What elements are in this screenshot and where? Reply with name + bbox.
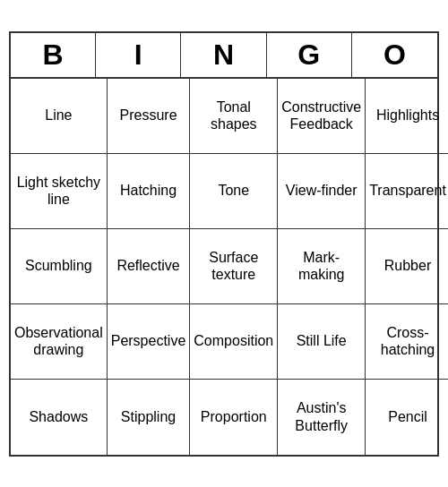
bingo-header: BINGO bbox=[11, 33, 437, 79]
bingo-cell-13: Mark-making bbox=[278, 229, 366, 304]
cell-text-6: Hatching bbox=[120, 182, 177, 199]
cell-text-9: Transparent bbox=[369, 182, 446, 199]
bingo-cell-7: Tone bbox=[190, 154, 278, 229]
header-letter-i: I bbox=[96, 33, 181, 77]
bingo-cell-0: Line bbox=[11, 79, 108, 154]
cell-text-23: Austin's Butterfly bbox=[281, 399, 361, 433]
cell-text-18: Still Life bbox=[297, 332, 347, 349]
bingo-cell-9: Transparent bbox=[366, 154, 448, 229]
bingo-cell-11: Reflective bbox=[108, 229, 191, 304]
cell-text-12: Surface texture bbox=[194, 249, 273, 283]
cell-text-8: View-finder bbox=[286, 182, 358, 199]
header-letter-g: G bbox=[267, 33, 352, 77]
bingo-cell-12: Surface texture bbox=[190, 229, 278, 304]
cell-text-22: Proportion bbox=[201, 408, 267, 425]
bingo-cell-22: Proportion bbox=[190, 380, 278, 455]
cell-text-13: Mark-making bbox=[281, 249, 361, 283]
bingo-cell-5: Light sketchy line bbox=[11, 154, 108, 229]
cell-text-10: Scumbling bbox=[25, 257, 92, 274]
cell-text-7: Tone bbox=[218, 182, 249, 199]
cell-text-21: Stippling bbox=[121, 408, 176, 425]
cell-text-5: Light sketchy line bbox=[14, 174, 103, 208]
bingo-cell-6: Hatching bbox=[108, 154, 191, 229]
bingo-cell-2: Tonal shapes bbox=[190, 79, 278, 154]
bingo-cell-19: Cross-hatching bbox=[366, 304, 448, 380]
header-letter-n: N bbox=[181, 33, 266, 77]
bingo-card: BINGO LinePressureTonal shapesConstructi… bbox=[9, 31, 439, 457]
cell-text-3: Constructive Feedback bbox=[281, 98, 361, 132]
bingo-cell-8: View-finder bbox=[278, 154, 366, 229]
header-letter-b: B bbox=[11, 33, 96, 77]
bingo-cell-24: Pencil bbox=[366, 380, 448, 455]
cell-text-20: Shadows bbox=[29, 408, 88, 425]
cell-text-16: Perspective bbox=[111, 332, 186, 349]
bingo-cell-20: Shadows bbox=[11, 380, 108, 455]
cell-text-1: Pressure bbox=[120, 107, 177, 124]
bingo-cell-4: Highlights bbox=[366, 79, 448, 154]
cell-text-24: Pencil bbox=[388, 408, 427, 425]
bingo-cell-3: Constructive Feedback bbox=[278, 79, 366, 154]
header-letter-o: O bbox=[352, 33, 437, 77]
bingo-cell-10: Scumbling bbox=[11, 229, 108, 304]
bingo-cell-15: Observational drawing bbox=[11, 304, 108, 380]
cell-text-19: Cross-hatching bbox=[369, 324, 446, 358]
bingo-cell-17: Composition bbox=[190, 304, 278, 380]
bingo-grid: LinePressureTonal shapesConstructive Fee… bbox=[11, 79, 437, 455]
cell-text-15: Observational drawing bbox=[14, 324, 103, 358]
bingo-cell-16: Perspective bbox=[108, 304, 191, 380]
cell-text-0: Line bbox=[45, 107, 72, 124]
cell-text-4: Highlights bbox=[376, 107, 439, 124]
cell-text-17: Composition bbox=[194, 332, 273, 349]
cell-text-2: Tonal shapes bbox=[194, 98, 273, 132]
bingo-cell-1: Pressure bbox=[108, 79, 191, 154]
bingo-cell-21: Stippling bbox=[108, 380, 191, 455]
cell-text-11: Reflective bbox=[116, 257, 179, 274]
cell-text-14: Rubber bbox=[384, 257, 431, 274]
bingo-cell-14: Rubber bbox=[366, 229, 448, 304]
bingo-cell-23: Austin's Butterfly bbox=[278, 380, 366, 455]
bingo-cell-18: Still Life bbox=[278, 304, 366, 380]
